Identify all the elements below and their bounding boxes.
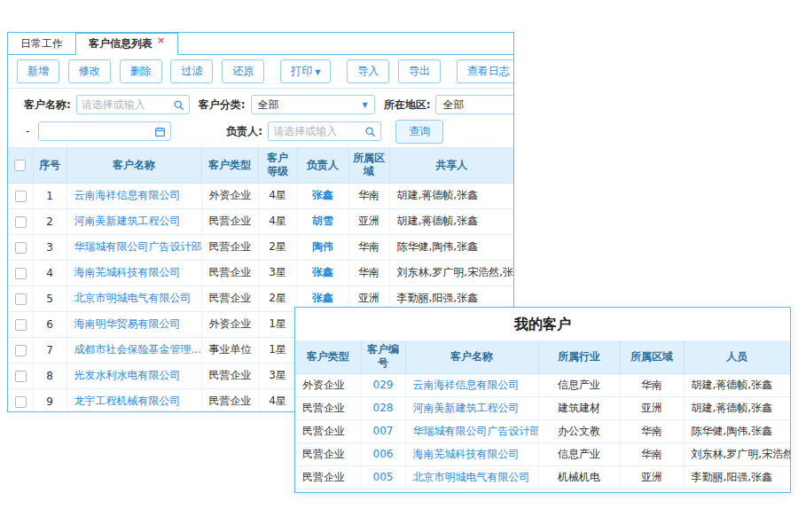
row-checkbox[interactable] [15, 216, 27, 228]
table-row[interactable]: 民营企业 028 河南美新建筑工程公司 建筑建材 亚洲 胡建,蒋德帧,张鑫 [295, 396, 790, 419]
panel-title: 我的客户 [295, 308, 790, 340]
row-checkbox[interactable] [15, 345, 27, 356]
add-button[interactable]: 新增 [17, 59, 59, 83]
col-customer-name[interactable]: 客户名称 [66, 148, 201, 183]
district-select[interactable]: 全部 ▼ [435, 95, 514, 114]
customer-code-link[interactable]: 028 [373, 402, 394, 414]
select-all-checkbox[interactable] [14, 160, 26, 171]
cell-level: 1星 [258, 311, 297, 337]
customer-name-link[interactable]: 海南明华贸易有限公司 [74, 317, 181, 330]
customer-category-select[interactable]: 全部 ▼ [251, 95, 375, 114]
cell-name: 海南芜城科技有限公司 [66, 260, 201, 286]
cell-name: 北京市明城电气有限公司 [66, 286, 201, 311]
customer-name-link[interactable]: 河南美新建筑工程公司 [413, 402, 520, 414]
cell-no: 6 [33, 311, 66, 337]
customer-name-link[interactable]: 云南海祥信息有限公司 [413, 379, 520, 391]
owner-link[interactable]: 陶伟 [312, 240, 333, 253]
col-shared[interactable]: 共享人 [389, 148, 513, 183]
col-customer-level[interactable]: 客户等级 [258, 148, 297, 183]
customer-name-link[interactable]: 北京市明城电气有限公司 [413, 471, 530, 483]
row-checkbox[interactable] [15, 191, 27, 202]
date-range-dash: - [26, 125, 29, 137]
customer-name-link[interactable]: 河南美新建筑工程公司 [74, 215, 181, 227]
cell-name: 华瑞城有限公司广告设计部 [66, 234, 201, 260]
customer-code-link[interactable]: 029 [373, 379, 394, 391]
filter-area: 客户名称: 客户分类: 全部 ▼ 所在地区: 全部 ▼ [8, 89, 513, 148]
row-checkbox[interactable] [15, 293, 27, 305]
row-checkbox[interactable] [15, 371, 27, 382]
table-row[interactable]: 2 河南美新建筑工程公司 民营企业 4星 胡雪 亚洲 胡建,蒋德帧,张鑫 [8, 208, 513, 234]
cell-no: 7 [33, 337, 66, 363]
row-checkbox[interactable] [15, 268, 27, 279]
customer-name-link[interactable]: 云南海祥信息有限公司 [74, 189, 181, 201]
edit-button[interactable]: 修改 [68, 59, 111, 83]
export-button[interactable]: 导出 [398, 59, 441, 83]
cell-name: 北京市明城电气有限公司 [405, 466, 538, 489]
owner-input[interactable] [273, 125, 364, 137]
customer-name-link[interactable]: 华瑞城有限公司广告设计部 [74, 240, 202, 253]
customer-name-input[interactable] [82, 98, 173, 111]
col-no[interactable]: 序号 [33, 148, 66, 183]
col-customer-type[interactable]: 客户类型 [295, 340, 361, 373]
table-row[interactable]: 3 华瑞城有限公司广告设计部 民营企业 2星 陶伟 华南 陈华健,陶伟,张鑫 [8, 234, 513, 260]
customer-name-link[interactable]: 华瑞城有限公司广告设计部 [413, 425, 539, 437]
col-region[interactable]: 所属区域 [620, 340, 684, 373]
restore-button[interactable]: 还原 [222, 59, 264, 83]
cell-no: 2 [33, 208, 66, 234]
tab-daily-work[interactable]: 日常工作 [8, 33, 75, 54]
table-row[interactable]: 1 云南海祥信息有限公司 外资企业 4星 张鑫 华南 胡建,蒋德帧,张鑫 [8, 183, 513, 208]
cell-owner: 胡雪 [297, 208, 348, 234]
customer-name-link[interactable]: 北京市明城电气有限公司 [74, 292, 192, 304]
col-customer-type[interactable]: 客户类型 [201, 148, 258, 183]
col-owner[interactable]: 负责人 [297, 148, 348, 183]
row-checkbox[interactable] [15, 396, 27, 408]
customer-category-label: 客户分类: [199, 98, 246, 113]
customer-name-link[interactable]: 海南芜城科技有限公司 [413, 448, 520, 460]
print-button[interactable]: 打印▼ [280, 59, 331, 83]
customer-name-link[interactable]: 龙宇工程机械有限公司 [74, 395, 181, 407]
col-region[interactable]: 所属区域 [348, 148, 389, 183]
select-all-cell [8, 148, 33, 183]
table-row[interactable]: 民营企业 007 华瑞城有限公司广告设计部 办公文教 华南 陈华健,陶伟,张鑫 [295, 419, 790, 442]
search-icon[interactable] [364, 126, 376, 137]
cell-level: 2星 [258, 234, 297, 260]
col-people[interactable]: 人员 [684, 340, 790, 373]
delete-button[interactable]: 删除 [120, 59, 162, 83]
col-customer-code[interactable]: 客户编号 [361, 340, 405, 373]
table-header-row: 序号 客户名称 客户类型 客户等级 负责人 所属区域 共享人 [8, 148, 513, 183]
owner-link[interactable]: 张鑫 [312, 266, 333, 278]
owner-link[interactable]: 张鑫 [312, 292, 333, 304]
checkbox-cell [8, 208, 33, 234]
date-input[interactable] [43, 125, 154, 137]
customer-code-link[interactable]: 006 [373, 448, 394, 460]
table-row[interactable]: 4 海南芜城科技有限公司 民营企业 3星 张鑫 华南 刘东林,罗广明,宋浩然,张… [8, 260, 513, 286]
customer-code-link[interactable]: 005 [373, 471, 394, 483]
table-row[interactable]: 外资企业 029 云南海祥信息有限公司 信息产业 华南 胡建,蒋德帧,张鑫 [295, 373, 790, 396]
owner-link[interactable]: 胡雪 [312, 215, 333, 227]
customer-name-link[interactable]: 光发水利水电有限公司 [74, 369, 181, 381]
cell-owner: 张鑫 [297, 183, 348, 208]
checkbox-cell [8, 286, 33, 311]
row-checkbox[interactable] [15, 242, 27, 254]
cell-owner: 陶伟 [297, 234, 348, 260]
customer-name-link[interactable]: 成都市社会保险基金管理... [74, 343, 201, 356]
col-customer-name[interactable]: 客户名称 [405, 340, 538, 373]
customer-code-link[interactable]: 007 [373, 425, 394, 437]
close-icon[interactable]: × [157, 35, 165, 46]
table-row[interactable]: 民营企业 006 海南芜城科技有限公司 信息产业 华南 刘东林,罗广明,宋浩然.… [295, 442, 790, 466]
view-log-button[interactable]: 查看日志 [457, 59, 514, 83]
import-button[interactable]: 导入 [347, 59, 389, 83]
cell-name: 海南明华贸易有限公司 [66, 311, 201, 337]
table-row[interactable]: 民营企业 005 北京市明城电气有限公司 机械机电 亚洲 李勤丽,阳强,张鑫 [295, 466, 790, 489]
search-icon[interactable] [173, 99, 184, 111]
calendar-icon[interactable] [154, 126, 166, 137]
my-customers-table: 客户类型 客户编号 客户名称 所属行业 所属区域 人员 外资企业 029 云南海… [295, 340, 790, 489]
owner-link[interactable]: 张鑫 [312, 189, 333, 201]
filter-button[interactable]: 过滤 [170, 59, 213, 83]
row-checkbox[interactable] [15, 319, 27, 331]
query-button[interactable]: 查询 [395, 120, 443, 144]
col-industry[interactable]: 所属行业 [538, 340, 620, 373]
customer-name-link[interactable]: 海南芜城科技有限公司 [74, 266, 181, 278]
cell-type: 民营企业 [295, 442, 361, 466]
tab-customer-info-list[interactable]: 客户信息列表 × [75, 33, 178, 55]
